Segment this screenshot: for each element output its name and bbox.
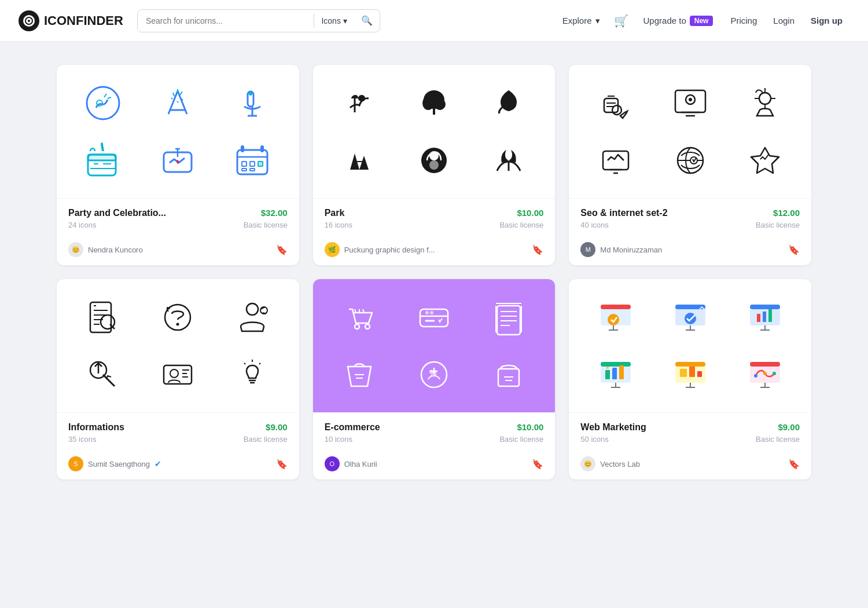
author-name: Sumit Saengthong xyxy=(88,460,150,468)
card-party[interactable]: Party and Celebratio... $32.00 24 icons … xyxy=(57,65,299,265)
party-icon-5 xyxy=(157,140,198,181)
card-seo[interactable]: Seo & internet set-2 $12.00 40 icons Bas… xyxy=(569,65,811,265)
bookmark-icon[interactable]: 🔖 xyxy=(276,459,288,470)
wm-icon-6 xyxy=(744,354,786,395)
svg-rect-34 xyxy=(90,302,111,332)
svg-point-79 xyxy=(773,372,776,375)
info-icon-4 xyxy=(82,354,124,395)
icon-pack-grid: Party and Celebratio... $32.00 24 icons … xyxy=(57,65,811,479)
nav: Explore ▾ 🛒 Upgrade to New Pricing Login… xyxy=(556,9,849,32)
svg-rect-31 xyxy=(603,151,628,170)
svg-rect-22 xyxy=(433,108,435,115)
card-title: Park xyxy=(325,208,345,218)
svg-point-54 xyxy=(608,314,619,325)
card-count: 10 icons xyxy=(325,435,352,444)
card-informations[interactable]: Informations $9.00 35 icons Basic licens… xyxy=(57,279,299,479)
card-price: $12.00 xyxy=(773,208,800,218)
ecom-icon-4 xyxy=(339,354,380,395)
svg-rect-62 xyxy=(768,309,772,322)
explore-link[interactable]: Explore ▾ xyxy=(556,11,607,31)
search-input[interactable] xyxy=(138,10,314,32)
card-park[interactable]: Park $10.00 16 icons Basic license 🌿 Puc… xyxy=(313,65,556,265)
card-author-webmarketing: 😊 Vectors Lab 🔖 xyxy=(569,450,811,479)
upgrade-link[interactable]: Upgrade to New xyxy=(635,11,722,31)
card-info-webmarketing: Web Marketing $9.00 50 icons Basic licen… xyxy=(569,412,811,450)
card-count: 16 icons xyxy=(325,221,352,229)
seo-icon-2 xyxy=(670,82,711,124)
svg-point-4 xyxy=(97,100,102,106)
info-icon-1 xyxy=(82,296,124,338)
svg-point-47 xyxy=(430,311,433,314)
card-preview-ecommerce: % xyxy=(313,279,556,412)
svg-text:New: New xyxy=(606,366,613,369)
svg-rect-76 xyxy=(750,362,780,367)
logo[interactable]: ICONFINDER xyxy=(19,10,123,31)
svg-text:%: % xyxy=(429,368,437,378)
card-webmarketing[interactable]: New xyxy=(569,279,811,479)
card-preview-webmarketing: New xyxy=(569,279,811,412)
svg-point-38 xyxy=(247,303,258,315)
park-icon-4 xyxy=(339,140,380,181)
party-icon-3 xyxy=(231,82,273,124)
park-icon-5 xyxy=(413,140,455,181)
svg-rect-60 xyxy=(757,314,760,322)
search-type-dropdown[interactable]: Icons ▾ xyxy=(314,10,354,32)
seo-icon-5 xyxy=(670,140,711,181)
seo-icon-4 xyxy=(595,140,637,181)
info-icon-6 xyxy=(231,354,273,395)
svg-rect-72 xyxy=(680,369,687,377)
card-info-informations: Informations $9.00 35 icons Basic licens… xyxy=(57,412,299,450)
wm-icon-4: New xyxy=(595,354,637,395)
signup-link[interactable]: Sign up xyxy=(804,11,849,30)
pricing-link[interactable]: Pricing xyxy=(723,11,764,30)
svg-point-42 xyxy=(170,369,178,378)
bookmark-icon[interactable]: 🔖 xyxy=(532,459,543,470)
svg-rect-74 xyxy=(697,371,702,377)
svg-rect-17 xyxy=(241,145,244,152)
party-icon-2 xyxy=(157,82,198,124)
svg-rect-73 xyxy=(689,367,695,377)
park-icon-1 xyxy=(339,82,380,124)
main-content: Party and Celebratio... $32.00 24 icons … xyxy=(29,42,839,503)
svg-point-44 xyxy=(365,324,370,329)
info-icon-5 xyxy=(157,354,198,395)
wm-icon-1 xyxy=(595,296,637,338)
bookmark-icon[interactable]: 🔖 xyxy=(788,244,800,255)
card-ecommerce[interactable]: % E-commerce $10.00 10 icons Basic licen… xyxy=(313,279,556,479)
svg-point-30 xyxy=(759,93,771,104)
bookmark-icon[interactable]: 🔖 xyxy=(532,244,543,255)
svg-rect-71 xyxy=(675,362,705,367)
search-button[interactable]: 🔍 xyxy=(354,15,380,26)
svg-rect-59 xyxy=(750,305,780,309)
card-price: $10.00 xyxy=(517,208,543,218)
party-icon-6 xyxy=(231,140,273,181)
ecom-icon-6 xyxy=(488,354,529,395)
author-name: Md Moniruzzaman xyxy=(600,246,662,254)
card-preview-informations xyxy=(57,279,299,412)
bookmark-icon[interactable]: 🔖 xyxy=(276,244,288,255)
svg-point-21 xyxy=(434,98,446,110)
wm-icon-3 xyxy=(744,296,786,338)
svg-point-77 xyxy=(754,374,757,378)
ecom-icon-2 xyxy=(413,296,455,338)
card-license: Basic license xyxy=(499,221,543,229)
bookmark-icon[interactable]: 🔖 xyxy=(788,459,800,470)
svg-rect-66 xyxy=(612,368,617,379)
party-icon-4 xyxy=(82,140,124,181)
cart-button[interactable]: 🛒 xyxy=(609,9,633,32)
verified-icon: ✔ xyxy=(155,459,161,468)
card-author-seo: M Md Moniruzzaman 🔖 xyxy=(569,236,811,265)
svg-point-46 xyxy=(425,311,429,314)
ecom-icon-5: % xyxy=(413,354,455,395)
card-info-seo: Seo & internet set-2 $12.00 40 icons Bas… xyxy=(569,198,811,236)
card-info-party: Party and Celebratio... $32.00 24 icons … xyxy=(57,198,299,236)
svg-rect-8 xyxy=(88,155,116,160)
svg-point-78 xyxy=(763,372,767,375)
login-link[interactable]: Login xyxy=(766,11,801,30)
seo-icon-3 xyxy=(744,82,786,124)
logo-text: ICONFINDER xyxy=(44,13,123,28)
svg-point-43 xyxy=(355,324,359,329)
svg-point-20 xyxy=(422,96,434,110)
card-author-informations: S Sumit Saengthong ✔ 🔖 xyxy=(57,450,299,479)
card-author-party: 😊 Nendra Kuncoro 🔖 xyxy=(57,236,299,265)
